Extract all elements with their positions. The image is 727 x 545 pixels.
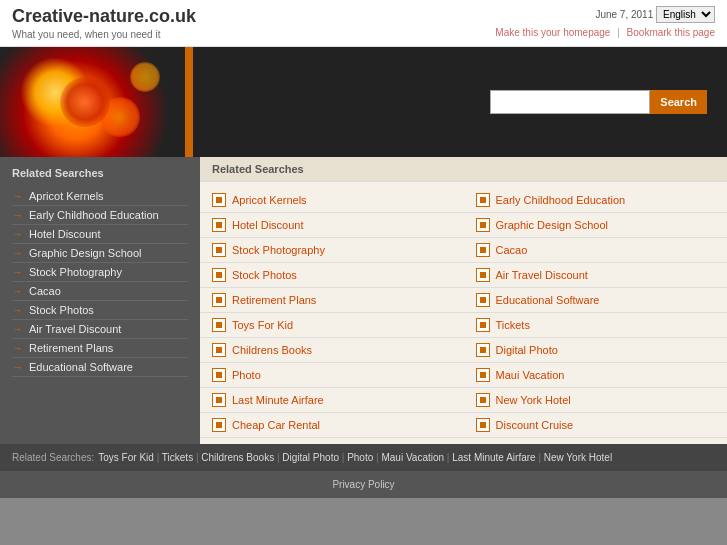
sidebar-link[interactable]: Cacao <box>29 285 61 297</box>
result-link[interactable]: Retirement Plans <box>232 294 316 306</box>
result-link[interactable]: Last Minute Airfare <box>232 394 324 406</box>
results-right: Early Childhood EducationGraphic Design … <box>464 188 728 438</box>
result-link[interactable]: Graphic Design School <box>496 219 609 231</box>
result-link[interactable]: Air Travel Discount <box>496 269 588 281</box>
sidebar-link[interactable]: Graphic Design School <box>29 247 142 259</box>
results-header: Related Searches <box>200 157 727 182</box>
result-link[interactable]: Photo <box>232 369 261 381</box>
result-item[interactable]: Tickets <box>464 313 728 338</box>
result-icon <box>212 418 226 432</box>
result-icon <box>212 293 226 307</box>
site-title: Creative-nature.co.uk <box>12 6 196 27</box>
sidebar-link[interactable]: Apricot Kernels <box>29 190 104 202</box>
header-right: June 7, 2011 English Make this your home… <box>495 6 715 38</box>
sidebar-link[interactable]: Early Childhood Education <box>29 209 159 221</box>
result-item[interactable]: Apricot Kernels <box>200 188 464 213</box>
search-input[interactable] <box>490 90 650 114</box>
result-icon <box>476 418 490 432</box>
result-link[interactable]: Discount Cruise <box>496 419 574 431</box>
hero-section: Search <box>0 47 727 157</box>
footer-link-item[interactable]: Photo <box>347 452 373 463</box>
result-link[interactable]: Cheap Car Rental <box>232 419 320 431</box>
footer-link-item[interactable]: Digital Photo <box>282 452 339 463</box>
result-icon <box>212 343 226 357</box>
result-item[interactable]: New York Hotel <box>464 388 728 413</box>
bookmark-link[interactable]: Bookmark this page <box>627 27 715 38</box>
result-icon <box>212 243 226 257</box>
sidebar-link[interactable]: Educational Software <box>29 361 133 373</box>
result-item[interactable]: Educational Software <box>464 288 728 313</box>
result-item[interactable]: Maui Vacation <box>464 363 728 388</box>
result-link[interactable]: Early Childhood Education <box>496 194 626 206</box>
result-item[interactable]: Stock Photography <box>200 238 464 263</box>
sidebar: Related Searches →Apricot Kernels→Early … <box>0 157 200 444</box>
footer-link-item[interactable]: Last Minute Airfare <box>452 452 535 463</box>
result-item[interactable]: Last Minute Airfare <box>200 388 464 413</box>
result-item[interactable]: Stock Photos <box>200 263 464 288</box>
sidebar-item[interactable]: →Hotel Discount <box>12 225 188 244</box>
sidebar-arrow-icon: → <box>12 266 23 278</box>
results-grid: Apricot KernelsHotel DiscountStock Photo… <box>200 182 727 444</box>
sidebar-item[interactable]: →Early Childhood Education <box>12 206 188 225</box>
sidebar-item[interactable]: →Retirement Plans <box>12 339 188 358</box>
hero-image <box>0 47 190 157</box>
sidebar-item[interactable]: →Educational Software <box>12 358 188 377</box>
result-link[interactable]: Tickets <box>496 319 530 331</box>
footer-link-item[interactable]: Maui Vacation <box>381 452 444 463</box>
sidebar-link[interactable]: Retirement Plans <box>29 342 113 354</box>
result-item[interactable]: Photo <box>200 363 464 388</box>
result-item[interactable]: Hotel Discount <box>200 213 464 238</box>
result-item[interactable]: Cacao <box>464 238 728 263</box>
sidebar-item[interactable]: →Stock Photography <box>12 263 188 282</box>
sidebar-link[interactable]: Stock Photography <box>29 266 122 278</box>
sidebar-item[interactable]: →Cacao <box>12 282 188 301</box>
sidebar-item[interactable]: →Air Travel Discount <box>12 320 188 339</box>
sidebar-link[interactable]: Air Travel Discount <box>29 323 121 335</box>
sidebar-arrow-icon: → <box>12 190 23 202</box>
result-link[interactable]: Educational Software <box>496 294 600 306</box>
result-item[interactable]: Air Travel Discount <box>464 263 728 288</box>
result-item[interactable]: Digital Photo <box>464 338 728 363</box>
header: Creative-nature.co.uk What you need, whe… <box>0 0 727 47</box>
result-icon <box>476 268 490 282</box>
result-link[interactable]: Stock Photography <box>232 244 325 256</box>
footer-link-item[interactable]: Toys For Kid <box>98 452 154 463</box>
privacy-link[interactable]: Privacy Policy <box>332 479 394 490</box>
result-item[interactable]: Cheap Car Rental <box>200 413 464 438</box>
result-link[interactable]: Cacao <box>496 244 528 256</box>
result-link[interactable]: Stock Photos <box>232 269 297 281</box>
language-select[interactable]: English <box>656 6 715 23</box>
search-box: Search <box>490 90 707 114</box>
footer-link-item[interactable]: Childrens Books <box>201 452 274 463</box>
footer-link-item[interactable]: Tickets <box>162 452 193 463</box>
footer-separator: | <box>339 452 347 463</box>
result-link[interactable]: New York Hotel <box>496 394 571 406</box>
result-link[interactable]: Hotel Discount <box>232 219 304 231</box>
search-button[interactable]: Search <box>650 90 707 114</box>
result-link[interactable]: Toys For Kid <box>232 319 293 331</box>
make-homepage-link[interactable]: Make this your homepage <box>495 27 610 38</box>
result-link[interactable]: Maui Vacation <box>496 369 565 381</box>
sidebar-items: →Apricot Kernels→Early Childhood Educati… <box>12 187 188 377</box>
result-link[interactable]: Digital Photo <box>496 344 558 356</box>
result-icon <box>476 193 490 207</box>
result-item[interactable]: Graphic Design School <box>464 213 728 238</box>
result-link[interactable]: Apricot Kernels <box>232 194 307 206</box>
result-icon <box>212 268 226 282</box>
result-icon <box>212 193 226 207</box>
sidebar-arrow-icon: → <box>12 209 23 221</box>
result-icon <box>212 318 226 332</box>
sidebar-link[interactable]: Hotel Discount <box>29 228 101 240</box>
sidebar-item[interactable]: →Apricot Kernels <box>12 187 188 206</box>
result-link[interactable]: Childrens Books <box>232 344 312 356</box>
sidebar-item[interactable]: →Stock Photos <box>12 301 188 320</box>
result-item[interactable]: Early Childhood Education <box>464 188 728 213</box>
sidebar-link[interactable]: Stock Photos <box>29 304 94 316</box>
footer-link-item[interactable]: New York Hotel <box>544 452 612 463</box>
sidebar-item[interactable]: →Graphic Design School <box>12 244 188 263</box>
result-item[interactable]: Childrens Books <box>200 338 464 363</box>
hero-orb1 <box>100 97 140 137</box>
result-item[interactable]: Discount Cruise <box>464 413 728 438</box>
result-item[interactable]: Toys For Kid <box>200 313 464 338</box>
result-item[interactable]: Retirement Plans <box>200 288 464 313</box>
